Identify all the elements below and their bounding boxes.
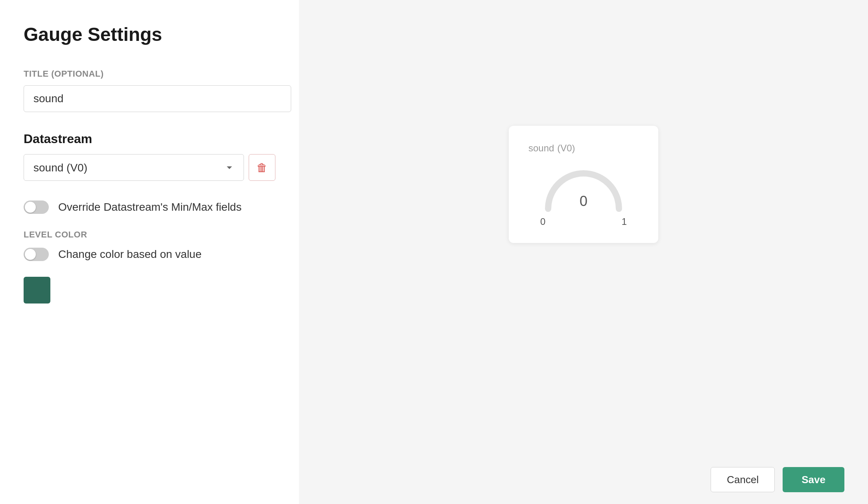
color-toggle-row: Change color based on value: [24, 248, 275, 261]
override-toggle-row: Override Datastream's Min/Max fields: [24, 200, 275, 214]
datastream-row: sound (V0) 🗑: [24, 154, 275, 181]
gauge-max: 1: [622, 216, 627, 227]
svg-text:0: 0: [580, 193, 587, 209]
gauge-svg: 0: [540, 164, 627, 215]
datastream-select[interactable]: sound (V0): [24, 154, 244, 181]
level-color-label: LEVEL COLOR: [24, 230, 275, 240]
preview-panel: sound (V0) 0 0 1: [299, 0, 868, 504]
override-toggle-label: Override Datastream's Min/Max fields: [58, 201, 242, 213]
page-title: Gauge Settings: [24, 24, 275, 45]
save-button[interactable]: Save: [783, 467, 844, 492]
title-input[interactable]: [24, 85, 291, 112]
delete-button[interactable]: 🗑: [249, 154, 275, 181]
gauge-labels: 0 1: [540, 216, 627, 227]
title-label: TITLE (OPTIONAL): [24, 69, 275, 79]
color-swatch[interactable]: [24, 277, 50, 304]
toggle-knob: [25, 202, 36, 213]
bottom-bar: Cancel Save: [299, 455, 868, 504]
color-toggle[interactable]: [24, 248, 49, 261]
datastream-label: Datastream: [24, 132, 275, 146]
gauge-min: 0: [540, 216, 545, 227]
color-toggle-label: Change color based on value: [58, 248, 201, 261]
cancel-button[interactable]: Cancel: [711, 467, 775, 492]
trash-icon: 🗑: [257, 161, 268, 174]
preview-card: sound (V0) 0 0 1: [509, 126, 658, 243]
level-color-section: LEVEL COLOR Change color based on value: [24, 230, 275, 304]
settings-panel: Gauge Settings TITLE (OPTIONAL) Datastre…: [0, 0, 299, 504]
override-toggle[interactable]: [24, 200, 49, 214]
preview-title: sound (V0): [528, 142, 639, 154]
gauge-container: 0 0 1: [528, 164, 639, 227]
color-toggle-knob: [25, 249, 36, 260]
